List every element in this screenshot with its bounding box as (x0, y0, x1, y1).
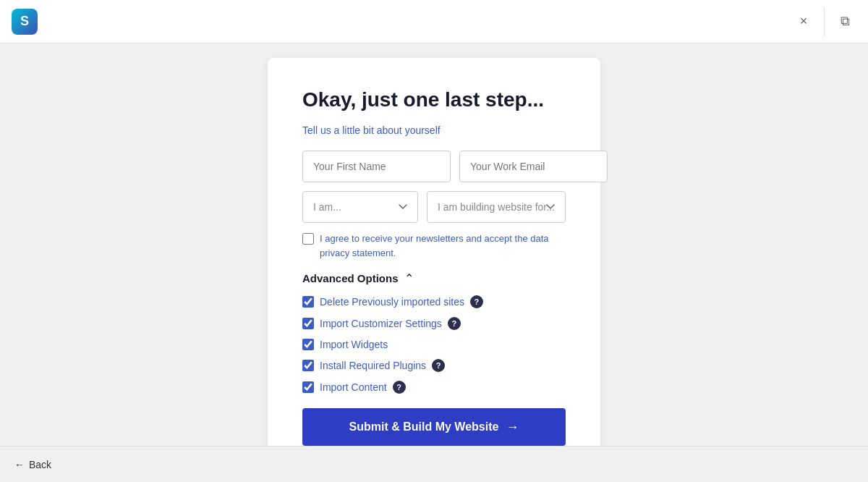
option-label-1: Import Customizer Settings (320, 318, 442, 329)
option-checkbox-3[interactable] (302, 360, 314, 371)
logo-icon: S (12, 9, 38, 35)
option-row: Install Required Plugins? (302, 359, 566, 372)
submit-arrow-icon: → (506, 420, 519, 435)
back-arrow-icon: ← (14, 459, 25, 470)
option-checkbox-4[interactable] (302, 381, 314, 393)
option-label-4: Import Content (320, 381, 387, 393)
options-list: Delete Previously imported sites?Import … (302, 295, 566, 394)
external-link-button[interactable]: ⧉ (833, 10, 856, 33)
option-label-0: Delete Previously imported sites (320, 296, 464, 308)
topbar-left: S (12, 9, 38, 35)
option-row: Import Widgets (302, 339, 566, 350)
close-button[interactable]: × (792, 10, 815, 33)
bottom-bar: ← Back (0, 446, 868, 482)
option-row: Import Content? (302, 381, 566, 394)
back-label: Back (29, 459, 51, 470)
option-checkbox-0[interactable] (302, 296, 314, 308)
building-select[interactable]: I am building website for... (427, 191, 566, 223)
role-building-row: I am... I am building website for... (302, 191, 566, 223)
newsletter-row: I agree to receive your newsletters and … (302, 232, 566, 260)
option-label-2: Import Widgets (320, 339, 388, 350)
submit-button[interactable]: Submit & Build My Website → (302, 408, 566, 446)
option-checkbox-1[interactable] (302, 318, 314, 329)
topbar-right: × ⧉ (792, 7, 856, 36)
advanced-options-title: Advanced Options (302, 272, 399, 284)
submit-label: Submit & Build My Website (349, 420, 499, 434)
work-email-input[interactable] (459, 151, 608, 182)
first-name-input[interactable] (302, 151, 451, 182)
help-icon-0[interactable]: ? (470, 295, 483, 308)
back-button[interactable]: ← Back (14, 459, 51, 470)
newsletter-label: I agree to receive your newsletters and … (320, 232, 566, 260)
topbar-divider (824, 7, 825, 36)
option-row: Delete Previously imported sites? (302, 295, 566, 308)
help-icon-4[interactable]: ? (393, 381, 406, 394)
name-email-row (302, 151, 566, 182)
main-content: Okay, just one last step... Tell us a li… (0, 43, 868, 446)
form-card: Okay, just one last step... Tell us a li… (268, 58, 600, 446)
newsletter-checkbox[interactable] (302, 233, 314, 245)
option-row: Import Customizer Settings? (302, 317, 566, 330)
chevron-up-icon: ⌃ (404, 271, 414, 285)
role-select[interactable]: I am... (302, 191, 418, 223)
option-checkbox-2[interactable] (302, 339, 314, 350)
card-subtitle: Tell us a little bit about yourself (302, 124, 566, 136)
advanced-options-header[interactable]: Advanced Options ⌃ (302, 271, 566, 285)
help-icon-3[interactable]: ? (432, 359, 445, 372)
option-label-3: Install Required Plugins (320, 360, 426, 371)
card-title: Okay, just one last step... (302, 87, 566, 113)
help-icon-1[interactable]: ? (448, 317, 461, 330)
topbar: S × ⧉ (0, 0, 868, 43)
